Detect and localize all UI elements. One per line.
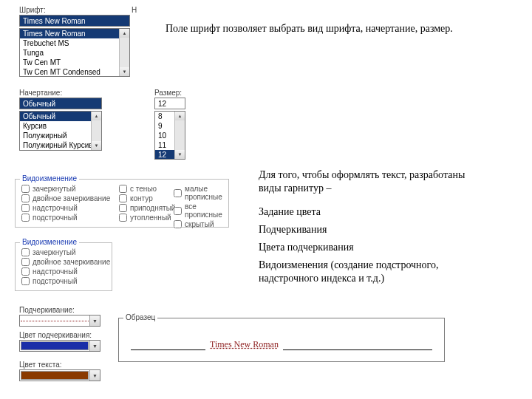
effects-group-2-title: Видоизменение (20, 238, 79, 246)
checkbox-item[interactable]: двойное зачеркивание (21, 194, 110, 203)
right-text-2: Задание цвета (259, 205, 321, 219)
checkbox-item[interactable]: двойное зачеркивание (21, 257, 110, 267)
style-dropdown[interactable]: Обычный (19, 98, 102, 109)
checkbox-item[interactable]: утопленный (119, 213, 175, 222)
underline-color-swatch (21, 341, 89, 350)
right-text-4: Цвета подчеркивания (259, 241, 354, 254)
effects-group-2: Видоизменение зачеркнутый двойное зачерк… (15, 242, 112, 291)
scroll-up-icon[interactable]: ▲ (120, 29, 129, 38)
list-item[interactable]: Trebuchet MS (20, 38, 129, 48)
preview-baseline (131, 349, 205, 350)
chevron-down-icon[interactable]: ▼ (89, 341, 100, 351)
checkbox-item[interactable]: приподнятый (119, 203, 175, 213)
list-item[interactable]: Полужирный (20, 131, 101, 140)
underline-color-dropdown[interactable]: ▼ (19, 340, 100, 352)
underline-color-label: Цвет подчеркивания: (19, 331, 92, 339)
scroll-down-icon[interactable]: ▼ (92, 141, 101, 150)
underline-pattern-preview (21, 321, 89, 325)
list-item[interactable]: Tunga (20, 48, 129, 58)
preview-group: Образец Times New Roman (118, 318, 445, 362)
size-label: Размер: (154, 89, 182, 97)
right-text-5: Видоизменения (создание подстрочного, на… (259, 259, 495, 284)
underline-style-dropdown[interactable]: ▼ (19, 315, 100, 327)
list-item[interactable]: Курсив (20, 121, 101, 131)
preview-baseline (283, 349, 432, 350)
list-item[interactable]: Times New Roman (20, 29, 129, 38)
checkbox-item[interactable]: зачеркнутый (21, 248, 110, 257)
list-item[interactable]: Полужирный Курсив (20, 140, 101, 150)
checkbox-item[interactable]: подстрочный (21, 276, 110, 286)
checkbox-item[interactable]: зачеркнутый (21, 184, 110, 194)
size-selected: 12 (155, 98, 185, 109)
style-label: Начертание: (19, 89, 62, 97)
scroll-up-icon[interactable]: ▲ (175, 112, 185, 120)
description-top: Поле шрифт позволяет выбрать вид шрифта,… (166, 22, 483, 35)
size-dropdown[interactable]: 12 (154, 98, 185, 109)
list-item[interactable]: Обычный (20, 112, 101, 121)
checkbox-item[interactable]: с тенью (119, 184, 175, 194)
scrollbar[interactable]: ▲ ▼ (174, 112, 185, 159)
effects-group-1: Видоизменение зачеркнутый двойное зачерк… (15, 179, 229, 228)
size-listbox[interactable]: 8 9 10 11 12 ▲ ▼ (154, 111, 185, 160)
list-item[interactable]: Tw Cen MT (20, 58, 129, 67)
font-listbox[interactable]: Times New Roman Trebuchet MS Tunga Tw Ce… (19, 28, 130, 77)
preview-text: Times New Roman (210, 339, 279, 350)
font-selected: Times New Roman (20, 16, 129, 26)
checkbox-item[interactable]: скрытый (174, 219, 228, 229)
scrollbar[interactable]: ▲ ▼ (91, 112, 101, 150)
chevron-down-icon[interactable]: ▼ (89, 370, 100, 381)
effects-group-1-title: Видоизменение (20, 174, 79, 183)
checkbox-item[interactable]: надстрочный (21, 203, 110, 213)
checkbox-item[interactable]: подстрочный (21, 213, 110, 222)
preview-title: Образец (123, 313, 157, 321)
scroll-down-icon[interactable]: ▼ (120, 67, 129, 76)
chevron-down-icon[interactable]: ▼ (89, 316, 100, 326)
right-text-1: Для того, чтобы оформлять текст, разрабо… (259, 168, 480, 194)
scrollbar[interactable]: ▲ ▼ (119, 29, 129, 76)
checkbox-item[interactable]: малые прописные (174, 184, 228, 202)
text-color-dropdown[interactable]: ▼ (19, 369, 100, 381)
checkbox-item[interactable]: надстрочный (21, 267, 110, 276)
underline-label: Подчеркивание: (19, 306, 75, 314)
scroll-up-icon[interactable]: ▲ (92, 112, 101, 120)
checkbox-item[interactable]: все прописные (174, 202, 228, 219)
text-color-label: Цвет текста: (19, 361, 62, 369)
list-item[interactable]: Tw Cen MT Condensed (20, 67, 129, 77)
checkbox-item[interactable]: контур (119, 194, 175, 203)
style-selected: Обычный (20, 98, 101, 109)
right-text-3: Подчеркивания (259, 223, 327, 236)
font-label: Шрифт: (19, 6, 46, 14)
style-listbox[interactable]: Обычный Курсив Полужирный Полужирный Кур… (19, 111, 102, 151)
scroll-down-icon[interactable]: ▼ (175, 150, 185, 159)
style-hint-dot: Н (132, 6, 137, 14)
font-dropdown[interactable]: Times New Roman (19, 15, 130, 27)
text-color-swatch (21, 371, 89, 380)
